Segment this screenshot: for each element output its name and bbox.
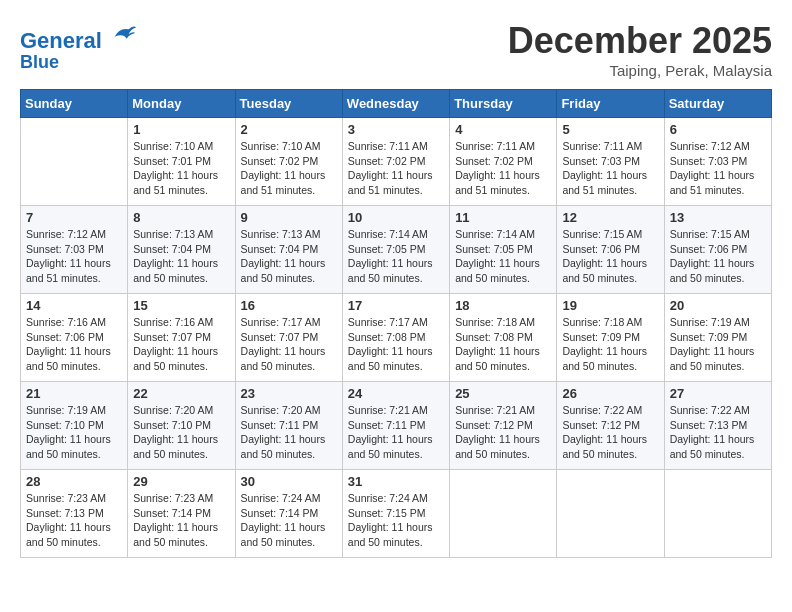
day-number: 26 (562, 386, 658, 401)
day-info: Sunrise: 7:24 AMSunset: 7:15 PMDaylight:… (348, 491, 444, 550)
calendar-cell: 13Sunrise: 7:15 AMSunset: 7:06 PMDayligh… (664, 206, 771, 294)
day-number: 1 (133, 122, 229, 137)
day-number: 8 (133, 210, 229, 225)
day-number: 4 (455, 122, 551, 137)
calendar-cell: 14Sunrise: 7:16 AMSunset: 7:06 PMDayligh… (21, 294, 128, 382)
day-info: Sunrise: 7:11 AMSunset: 7:03 PMDaylight:… (562, 139, 658, 198)
calendar-header-wednesday: Wednesday (342, 90, 449, 118)
calendar-cell: 12Sunrise: 7:15 AMSunset: 7:06 PMDayligh… (557, 206, 664, 294)
calendar-header-tuesday: Tuesday (235, 90, 342, 118)
calendar-cell: 15Sunrise: 7:16 AMSunset: 7:07 PMDayligh… (128, 294, 235, 382)
day-info: Sunrise: 7:18 AMSunset: 7:08 PMDaylight:… (455, 315, 551, 374)
day-number: 22 (133, 386, 229, 401)
calendar-week-row: 28Sunrise: 7:23 AMSunset: 7:13 PMDayligh… (21, 470, 772, 558)
day-info: Sunrise: 7:13 AMSunset: 7:04 PMDaylight:… (133, 227, 229, 286)
day-number: 25 (455, 386, 551, 401)
day-info: Sunrise: 7:24 AMSunset: 7:14 PMDaylight:… (241, 491, 337, 550)
day-number: 29 (133, 474, 229, 489)
calendar-week-row: 1Sunrise: 7:10 AMSunset: 7:01 PMDaylight… (21, 118, 772, 206)
day-number: 9 (241, 210, 337, 225)
day-info: Sunrise: 7:20 AMSunset: 7:10 PMDaylight:… (133, 403, 229, 462)
calendar-cell: 17Sunrise: 7:17 AMSunset: 7:08 PMDayligh… (342, 294, 449, 382)
day-info: Sunrise: 7:20 AMSunset: 7:11 PMDaylight:… (241, 403, 337, 462)
logo-text: General (20, 20, 138, 53)
day-number: 12 (562, 210, 658, 225)
calendar-header-row: SundayMondayTuesdayWednesdayThursdayFrid… (21, 90, 772, 118)
calendar-header-saturday: Saturday (664, 90, 771, 118)
day-number: 11 (455, 210, 551, 225)
calendar-header-thursday: Thursday (450, 90, 557, 118)
day-info: Sunrise: 7:11 AMSunset: 7:02 PMDaylight:… (455, 139, 551, 198)
month-title: December 2025 (508, 20, 772, 62)
day-info: Sunrise: 7:10 AMSunset: 7:01 PMDaylight:… (133, 139, 229, 198)
day-info: Sunrise: 7:15 AMSunset: 7:06 PMDaylight:… (562, 227, 658, 286)
day-info: Sunrise: 7:19 AMSunset: 7:09 PMDaylight:… (670, 315, 766, 374)
day-info: Sunrise: 7:21 AMSunset: 7:11 PMDaylight:… (348, 403, 444, 462)
calendar-cell (664, 470, 771, 558)
calendar-cell: 20Sunrise: 7:19 AMSunset: 7:09 PMDayligh… (664, 294, 771, 382)
day-number: 2 (241, 122, 337, 137)
calendar-cell: 29Sunrise: 7:23 AMSunset: 7:14 PMDayligh… (128, 470, 235, 558)
calendar-cell: 31Sunrise: 7:24 AMSunset: 7:15 PMDayligh… (342, 470, 449, 558)
day-info: Sunrise: 7:22 AMSunset: 7:12 PMDaylight:… (562, 403, 658, 462)
calendar-cell: 8Sunrise: 7:13 AMSunset: 7:04 PMDaylight… (128, 206, 235, 294)
calendar-cell: 19Sunrise: 7:18 AMSunset: 7:09 PMDayligh… (557, 294, 664, 382)
logo: General Blue (20, 20, 138, 73)
calendar-cell: 5Sunrise: 7:11 AMSunset: 7:03 PMDaylight… (557, 118, 664, 206)
calendar-table: SundayMondayTuesdayWednesdayThursdayFrid… (20, 89, 772, 558)
calendar-cell (21, 118, 128, 206)
calendar-cell: 27Sunrise: 7:22 AMSunset: 7:13 PMDayligh… (664, 382, 771, 470)
day-number: 16 (241, 298, 337, 313)
day-number: 27 (670, 386, 766, 401)
day-info: Sunrise: 7:22 AMSunset: 7:13 PMDaylight:… (670, 403, 766, 462)
calendar-cell: 18Sunrise: 7:18 AMSunset: 7:08 PMDayligh… (450, 294, 557, 382)
day-info: Sunrise: 7:13 AMSunset: 7:04 PMDaylight:… (241, 227, 337, 286)
logo-text-blue: Blue (20, 53, 138, 73)
calendar-cell (557, 470, 664, 558)
day-info: Sunrise: 7:18 AMSunset: 7:09 PMDaylight:… (562, 315, 658, 374)
calendar-cell: 2Sunrise: 7:10 AMSunset: 7:02 PMDaylight… (235, 118, 342, 206)
day-info: Sunrise: 7:23 AMSunset: 7:13 PMDaylight:… (26, 491, 122, 550)
calendar-week-row: 21Sunrise: 7:19 AMSunset: 7:10 PMDayligh… (21, 382, 772, 470)
day-info: Sunrise: 7:23 AMSunset: 7:14 PMDaylight:… (133, 491, 229, 550)
day-number: 13 (670, 210, 766, 225)
day-number: 19 (562, 298, 658, 313)
day-number: 6 (670, 122, 766, 137)
day-info: Sunrise: 7:16 AMSunset: 7:07 PMDaylight:… (133, 315, 229, 374)
day-number: 21 (26, 386, 122, 401)
calendar-cell: 4Sunrise: 7:11 AMSunset: 7:02 PMDaylight… (450, 118, 557, 206)
day-number: 23 (241, 386, 337, 401)
day-number: 20 (670, 298, 766, 313)
calendar-cell: 10Sunrise: 7:14 AMSunset: 7:05 PMDayligh… (342, 206, 449, 294)
day-info: Sunrise: 7:19 AMSunset: 7:10 PMDaylight:… (26, 403, 122, 462)
page-header: General Blue December 2025 Taiping, Pera… (20, 20, 772, 79)
day-info: Sunrise: 7:15 AMSunset: 7:06 PMDaylight:… (670, 227, 766, 286)
calendar-cell: 21Sunrise: 7:19 AMSunset: 7:10 PMDayligh… (21, 382, 128, 470)
day-number: 30 (241, 474, 337, 489)
day-info: Sunrise: 7:12 AMSunset: 7:03 PMDaylight:… (26, 227, 122, 286)
calendar-cell: 24Sunrise: 7:21 AMSunset: 7:11 PMDayligh… (342, 382, 449, 470)
day-number: 5 (562, 122, 658, 137)
day-number: 31 (348, 474, 444, 489)
calendar-cell: 30Sunrise: 7:24 AMSunset: 7:14 PMDayligh… (235, 470, 342, 558)
day-info: Sunrise: 7:21 AMSunset: 7:12 PMDaylight:… (455, 403, 551, 462)
calendar-header-monday: Monday (128, 90, 235, 118)
calendar-header-friday: Friday (557, 90, 664, 118)
day-number: 3 (348, 122, 444, 137)
day-info: Sunrise: 7:17 AMSunset: 7:08 PMDaylight:… (348, 315, 444, 374)
calendar-cell: 1Sunrise: 7:10 AMSunset: 7:01 PMDaylight… (128, 118, 235, 206)
day-info: Sunrise: 7:17 AMSunset: 7:07 PMDaylight:… (241, 315, 337, 374)
calendar-cell: 3Sunrise: 7:11 AMSunset: 7:02 PMDaylight… (342, 118, 449, 206)
calendar-cell: 26Sunrise: 7:22 AMSunset: 7:12 PMDayligh… (557, 382, 664, 470)
calendar-cell: 28Sunrise: 7:23 AMSunset: 7:13 PMDayligh… (21, 470, 128, 558)
day-number: 17 (348, 298, 444, 313)
calendar-cell: 9Sunrise: 7:13 AMSunset: 7:04 PMDaylight… (235, 206, 342, 294)
calendar-cell (450, 470, 557, 558)
calendar-cell: 7Sunrise: 7:12 AMSunset: 7:03 PMDaylight… (21, 206, 128, 294)
day-number: 28 (26, 474, 122, 489)
calendar-cell: 16Sunrise: 7:17 AMSunset: 7:07 PMDayligh… (235, 294, 342, 382)
calendar-cell: 11Sunrise: 7:14 AMSunset: 7:05 PMDayligh… (450, 206, 557, 294)
day-info: Sunrise: 7:14 AMSunset: 7:05 PMDaylight:… (348, 227, 444, 286)
calendar-cell: 22Sunrise: 7:20 AMSunset: 7:10 PMDayligh… (128, 382, 235, 470)
calendar-cell: 25Sunrise: 7:21 AMSunset: 7:12 PMDayligh… (450, 382, 557, 470)
